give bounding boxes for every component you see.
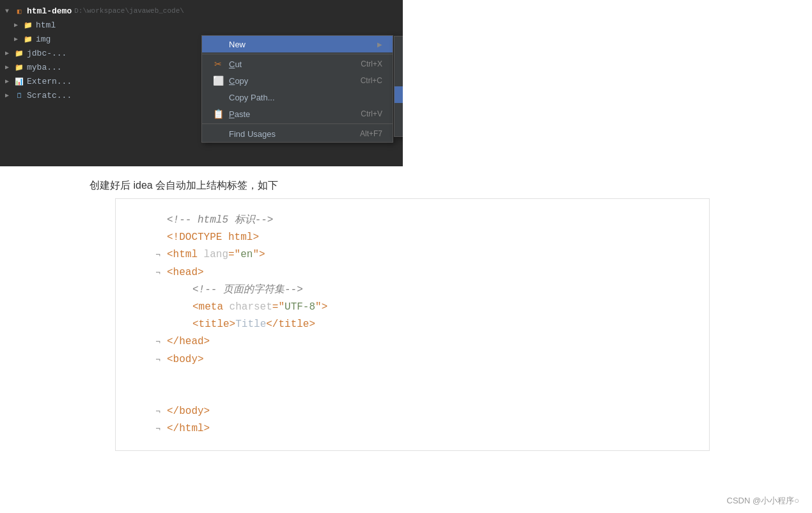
line-gutter-8: ¬ xyxy=(148,335,160,349)
code-line-1: <!-- html5 标识--> xyxy=(148,212,683,229)
menu-item-copy-path-label: Copy Path... xyxy=(229,93,382,102)
tree-item-html[interactable]: ▶ 📁 html xyxy=(0,18,403,32)
tree-arrow-scratch: ▶ xyxy=(5,91,14,99)
code-html-tag: <html lang="en"> xyxy=(167,246,265,264)
menu-separator-1 xyxy=(202,54,393,54)
code-comment-charset: <!-- 页面的字符集--> xyxy=(167,281,303,299)
code-line-8: ¬ </head> xyxy=(148,333,683,351)
code-body-open: <body> xyxy=(167,351,204,368)
paste-icon: 📋 xyxy=(212,108,224,120)
code-line-3: ¬ <html lang="en"> xyxy=(148,246,683,264)
copy-icon: ⬜ xyxy=(212,75,224,86)
code-empty-2 xyxy=(167,386,173,403)
tree-arrow-myba: ▶ xyxy=(5,63,14,71)
menu-separator-2 xyxy=(202,123,393,124)
menu-item-copy-path[interactable]: Copy Path... xyxy=(202,89,393,106)
context-menu: New ▶ ✂ Cut Ctrl+X ⬜ Copy Ctrl+C Copy Pa… xyxy=(201,35,393,143)
code-line-11 xyxy=(148,386,683,403)
menu-item-copy[interactable]: ⬜ Copy Ctrl+C xyxy=(202,72,393,89)
folder-icon-myba: 📁 xyxy=(14,62,24,72)
find-shortcut: Alt+F7 xyxy=(360,129,382,138)
submenu-item-directory[interactable]: 📁 Directory xyxy=(394,70,403,86)
menu-item-copy-label: Copy xyxy=(229,76,335,86)
tree-label-extern: Extern... xyxy=(27,77,72,86)
tree-label-myba: myba... xyxy=(27,63,62,72)
code-body-close: </body> xyxy=(167,403,210,420)
scratch-icon: 🗒 xyxy=(14,90,24,100)
tree-item-html-demo[interactable]: ▼ ◧ html-demo D:\workspace\javaweb_code\ xyxy=(0,4,403,18)
line-gutter-4: ¬ xyxy=(148,266,160,280)
description-text: 创建好后 idea 会自动加上结构标签，如下 xyxy=(90,180,278,191)
submenu-item-file[interactable]: File xyxy=(394,36,403,53)
code-comment-html5: <!-- html5 标识--> xyxy=(167,212,273,229)
tree-arrow-html: ▶ xyxy=(14,21,23,29)
tree-label-img: img xyxy=(36,35,51,44)
copy-shortcut: Ctrl+C xyxy=(361,76,382,85)
code-line-12: ¬ </body> xyxy=(148,403,683,420)
tree-label-html-demo: html-demo xyxy=(27,6,72,16)
code-doctype: <!DOCTYPE html> xyxy=(167,229,259,246)
code-line-5: <!-- 页面的字符集--> xyxy=(148,281,683,299)
submenu-item-html-file[interactable]: H HTML File xyxy=(394,86,403,103)
code-line-6: <meta charset="UTF-8"> xyxy=(148,299,683,316)
tree-label-html: html xyxy=(36,20,56,30)
menu-item-find-usages[interactable]: Find Usages Alt+F7 xyxy=(202,125,393,142)
watermark-text: CSDN @小小程序○ xyxy=(727,496,800,505)
submenu-item-stylesheet[interactable]: C Stylesheet xyxy=(394,103,403,120)
tree-arrow-extern: ▶ xyxy=(5,77,14,85)
copy-path-icon xyxy=(212,91,224,103)
code-line-13: ¬ </html> xyxy=(148,420,683,438)
line-gutter-12: ¬ xyxy=(148,405,160,419)
code-head-close: </head> xyxy=(167,333,210,351)
code-title: <title>Title</title> xyxy=(167,316,315,333)
new-arrow: ▶ xyxy=(377,41,382,48)
menu-item-cut-label: Cut xyxy=(229,59,335,69)
ide-panel: ▼ ◧ html-demo D:\workspace\javaweb_code\… xyxy=(0,0,403,166)
menu-item-new-label: New xyxy=(229,40,372,49)
code-head-open: <head> xyxy=(167,264,204,281)
submenu-item-scratch-file[interactable]: S Scratch File Ctrl+Alt+Shift+Insert xyxy=(394,53,403,70)
code-line-10 xyxy=(148,368,683,386)
paste-shortcut: Ctrl+V xyxy=(361,109,382,118)
find-icon xyxy=(212,128,224,139)
line-gutter-3: ¬ xyxy=(148,248,160,262)
tree-arrow-img: ▶ xyxy=(14,35,23,43)
code-line-2: <!DOCTYPE html> xyxy=(148,229,683,246)
code-empty-1 xyxy=(167,368,173,386)
watermark: CSDN @小小程序○ xyxy=(727,495,800,507)
code-html-close: </html> xyxy=(167,420,210,438)
code-block: <!-- html5 标识--> <!DOCTYPE html> ¬ <html… xyxy=(115,198,710,451)
folder-icon-html: 📁 xyxy=(23,20,33,30)
submenu-item-js-file[interactable]: J JavaScript File xyxy=(394,120,403,136)
new-submenu: File S Scratch File Ctrl+Alt+Shift+Inser… xyxy=(394,36,403,137)
new-icon xyxy=(212,38,224,50)
line-gutter-13: ¬ xyxy=(148,422,160,436)
tree-path: D:\workspace\javaweb_code\ xyxy=(74,7,184,15)
tree-arrow-jdbc: ▶ xyxy=(5,49,14,57)
external-icon: 📊 xyxy=(14,76,24,86)
menu-item-find-label: Find Usages xyxy=(229,129,334,139)
menu-item-paste-label: Paste xyxy=(229,109,335,119)
line-gutter-9: ¬ xyxy=(148,353,160,367)
folder-icon-jdbc: 📁 xyxy=(14,48,24,58)
module-icon: ◧ xyxy=(14,6,24,16)
code-line-4: ¬ <head> xyxy=(148,264,683,281)
code-line-9: ¬ <body> xyxy=(148,351,683,368)
tree-label-scratch: Scratc... xyxy=(27,91,72,100)
folder-icon-img: 📁 xyxy=(23,34,33,44)
menu-item-paste[interactable]: 📋 Paste Ctrl+V xyxy=(202,106,393,122)
code-meta: <meta charset="UTF-8"> xyxy=(167,299,327,316)
code-line-7: <title>Title</title> xyxy=(148,316,683,333)
menu-item-cut[interactable]: ✂ Cut Ctrl+X xyxy=(202,56,393,72)
tree-arrow: ▼ xyxy=(5,8,14,15)
cut-shortcut: Ctrl+X xyxy=(361,59,382,68)
text-section: 创建好后 idea 会自动加上结构标签，如下 xyxy=(0,168,812,199)
cut-icon: ✂ xyxy=(212,58,224,70)
tree-label-jdbc: jdbc-... xyxy=(27,49,66,58)
menu-item-new[interactable]: New ▶ xyxy=(202,36,393,52)
